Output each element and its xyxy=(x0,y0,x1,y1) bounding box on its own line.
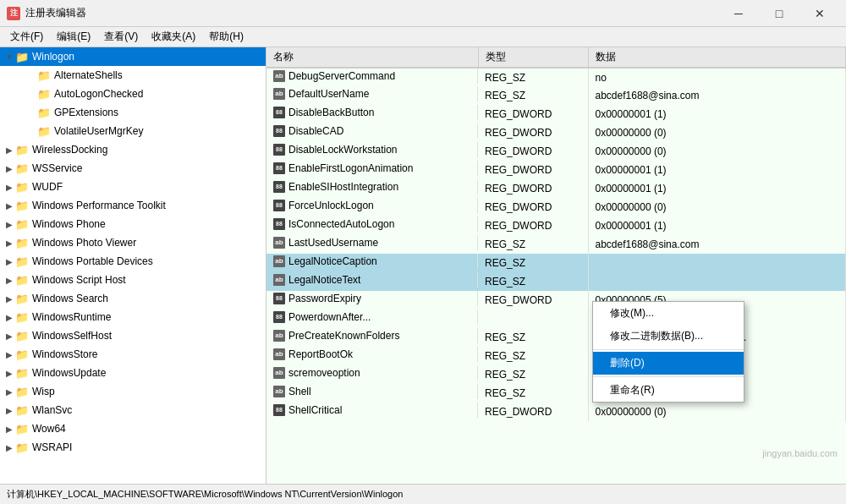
expand-icon-wsh2: ▶ xyxy=(3,331,15,341)
reg-icon-sz: ab xyxy=(273,274,285,286)
reg-icon-dword: 88 xyxy=(273,200,285,211)
cell-type: REG_SZ xyxy=(478,86,588,105)
menu-view[interactable]: 查看(V) xyxy=(97,28,145,46)
reg-icon-sz: ab xyxy=(273,348,285,360)
tree-item-win-search[interactable]: ▶ 📁 Windows Search xyxy=(0,289,266,308)
cell-type: REG_SZ xyxy=(478,254,588,272)
reg-icon-sz: ab xyxy=(273,386,285,397)
tree-item-wisp[interactable]: ▶ 📁 Wisp xyxy=(0,382,266,401)
cell-data: 0x00000001 (1) xyxy=(588,216,846,235)
expand-icon-wpv: ▶ xyxy=(3,238,15,248)
table-row[interactable]: 88DisableLockWorkstation REG_DWORD 0x000… xyxy=(266,142,846,161)
cell-name: 88DisableLockWorkstation xyxy=(266,142,478,157)
table-row[interactable]: 88PasswordExpiry REG_DWORD 0x00000005 (5… xyxy=(266,291,846,310)
tree-item-win-portable-devices[interactable]: ▶ 📁 Windows Portable Devices xyxy=(0,252,266,271)
main-content: ▼ 📁 Winlogon 📁 AlternateShells 📁 AutoLog… xyxy=(0,47,846,484)
tree-item-win-script-host[interactable]: ▶ 📁 Windows Script Host xyxy=(0,271,266,289)
tree-item-winsstore[interactable]: ▶ 📁 WindowsStore xyxy=(0,345,266,364)
table-row[interactable]: 88ForceUnlockLogon REG_DWORD 0x00000000 … xyxy=(266,198,846,216)
tree-item-autologonchecked[interactable]: 📁 AutoLogonChecked xyxy=(0,85,266,103)
tree-item-win-perf-toolkit[interactable]: ▶ 📁 Windows Performance Toolkit xyxy=(0,196,266,215)
table-row[interactable]: 88IsConnectedAutoLogon REG_DWORD 0x00000… xyxy=(266,216,846,235)
app-icon: 注 xyxy=(7,7,20,20)
table-row[interactable]: abscremoveoption REG_SZ 0 xyxy=(266,365,846,384)
table-row[interactable]: 88DisableBackButton REG_DWORD 0x00000001… xyxy=(266,105,846,123)
context-menu-separator2 xyxy=(593,376,744,377)
reg-icon-dword: 88 xyxy=(273,125,285,137)
context-menu-rename[interactable]: 重命名(R) xyxy=(593,379,744,402)
reg-icon-sz: ab xyxy=(273,88,285,100)
table-row[interactable]: 88ShellCritical REG_DWORD 0x00000000 (0) xyxy=(266,403,846,421)
tree-item-win-photo-viewer[interactable]: ▶ 📁 Windows Photo Viewer xyxy=(0,233,266,252)
tree-label-wireless: WirelessDocking xyxy=(32,144,107,156)
col-name[interactable]: 名称 xyxy=(266,47,478,68)
cell-data: 0x00000001 (1) xyxy=(588,161,846,179)
menu-edit[interactable]: 编辑(E) xyxy=(50,28,97,46)
folder-icon-wlan: 📁 xyxy=(15,404,29,417)
cell-data: abcdef1688@sina.com xyxy=(588,86,846,105)
table-row[interactable]: 88DisableCAD REG_DWORD 0x00000000 (0) xyxy=(266,123,846,142)
cell-name: abLegalNoticeText xyxy=(266,272,478,288)
tree-item-wudf[interactable]: ▶ 📁 WUDF xyxy=(0,178,266,196)
close-button[interactable]: ✕ xyxy=(800,1,839,26)
tree-item-gpextensions[interactable]: 📁 GPExtensions xyxy=(0,103,266,122)
context-menu-modify[interactable]: 修改(M)... xyxy=(593,302,744,325)
menu-favorites[interactable]: 收藏夹(A) xyxy=(145,28,202,46)
cell-name: 88IsConnectedAutoLogon xyxy=(266,216,478,232)
folder-icon-wss: 📁 xyxy=(15,162,29,175)
table-row[interactable]: abDebugServerCommand REG_SZ no xyxy=(266,68,846,86)
expand-icon-wudf: ▶ xyxy=(3,183,15,192)
tree-item-wsrapi[interactable]: ▶ 📁 WSRAPI xyxy=(0,438,266,457)
reg-icon-sz: ab xyxy=(273,237,285,249)
right-panel[interactable]: 名称 类型 数据 abDebugServerCommand REG_SZ no … xyxy=(266,47,846,484)
tree-label-wpv: Windows Photo Viewer xyxy=(32,237,136,249)
cell-type: REG_SZ xyxy=(478,365,588,384)
cell-type: REG_DWORD xyxy=(478,198,588,216)
context-menu-modify-binary[interactable]: 修改二进制数据(B)... xyxy=(593,325,744,348)
tree-item-volatileusermgrkey[interactable]: 📁 VolatileUserMgrKey xyxy=(0,122,266,140)
tree-item-winruntime[interactable]: ▶ 📁 WindowsRuntime xyxy=(0,308,266,326)
table-row[interactable]: abLegalNoticeText REG_SZ xyxy=(266,272,846,291)
tree-item-wssservice[interactable]: ▶ 📁 WSService xyxy=(0,159,266,178)
table-row[interactable]: 88EnableFirstLogonAnimation REG_DWORD 0x… xyxy=(266,161,846,179)
table-row[interactable]: abReportBootOk REG_SZ 1 xyxy=(266,347,846,365)
table-row[interactable]: abShell REG_SZ explorer.exe xyxy=(266,384,846,403)
tree-label-wudf: WUDF xyxy=(32,181,63,193)
col-type[interactable]: 类型 xyxy=(478,47,588,68)
tree-item-wow64[interactable]: ▶ 📁 Wow64 xyxy=(0,419,266,438)
reg-icon-sz: ab xyxy=(273,330,285,342)
maximize-button[interactable]: □ xyxy=(760,1,799,26)
status-bar: 计算机\HKEY_LOCAL_MACHINE\SOFTWARE\Microsof… xyxy=(0,484,846,504)
tree-panel[interactable]: ▼ 📁 Winlogon 📁 AlternateShells 📁 AutoLog… xyxy=(0,47,266,484)
col-data[interactable]: 数据 xyxy=(588,47,846,68)
reg-icon-dword: 88 xyxy=(273,144,285,156)
tree-item-winsupdate[interactable]: ▶ 📁 WindowsUpdate xyxy=(0,364,266,382)
tree-item-wlansvc[interactable]: ▶ 📁 WlanSvc xyxy=(0,401,266,419)
table-row[interactable]: 88PowerdownAfter... 0 xyxy=(266,310,846,328)
cell-name: 88PasswordExpiry xyxy=(266,291,478,306)
tree-label-wsrapi: WSRAPI xyxy=(32,441,72,453)
cell-data: abcdef1688@sina.com xyxy=(588,235,846,254)
tree-item-winlogon[interactable]: ▼ 📁 Winlogon xyxy=(0,47,266,66)
table-row[interactable]: 88EnableSIHostIntegration REG_DWORD 0x00… xyxy=(266,179,846,198)
menu-help[interactable]: 帮助(H) xyxy=(202,28,250,46)
cell-name: 88ShellCritical xyxy=(266,403,478,418)
table-row[interactable]: abLastUsedUsername REG_SZ abcdef1688@sin… xyxy=(266,235,846,254)
tree-item-wirelessdocking[interactable]: ▶ 📁 WirelessDocking xyxy=(0,140,266,159)
tree-item-alternateshells[interactable]: 📁 AlternateShells xyxy=(0,66,266,85)
menu-file[interactable]: 文件(F) xyxy=(3,28,50,46)
context-menu-delete[interactable]: 删除(D) xyxy=(593,352,744,375)
minimize-button[interactable]: ─ xyxy=(719,1,758,26)
folder-icon-wr: 📁 xyxy=(15,311,29,324)
folder-icon-wupdate: 📁 xyxy=(15,367,29,380)
cell-data: 0x00000001 (1) xyxy=(588,179,846,198)
table-row[interactable]: abDefaultUserName REG_SZ abcdef1688@sina… xyxy=(266,86,846,105)
table-row[interactable]: abPreCreateKnownFolders REG_SZ {A520A1A4… xyxy=(266,328,846,347)
reg-icon-dword: 88 xyxy=(273,181,285,193)
tree-item-winselfhost[interactable]: ▶ 📁 WindowsSelfHost xyxy=(0,326,266,345)
tree-item-win-phone[interactable]: ▶ 📁 Windows Phone xyxy=(0,215,266,233)
tree-label-wr: WindowsRuntime xyxy=(32,311,111,323)
table-row[interactable]: abLegalNoticeCaption REG_SZ xyxy=(266,254,846,272)
cell-type: REG_SZ xyxy=(478,272,588,291)
cell-name: 88ForceUnlockLogon xyxy=(266,198,478,213)
